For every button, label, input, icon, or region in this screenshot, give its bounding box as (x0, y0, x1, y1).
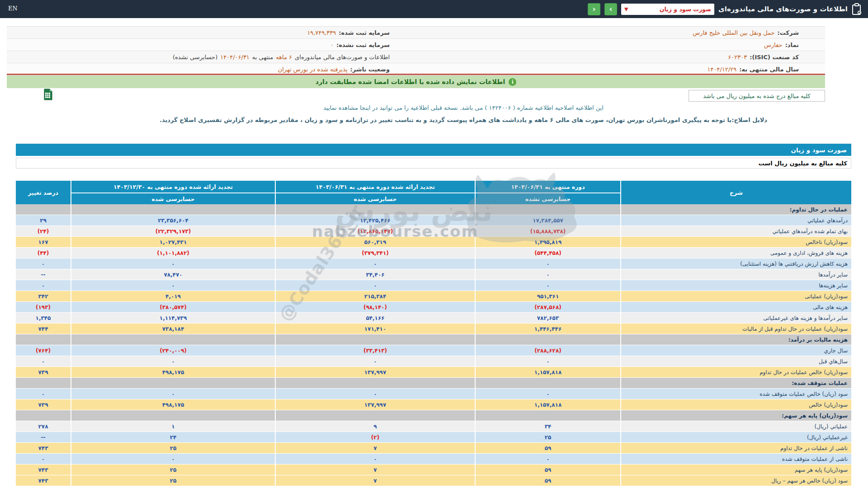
table-section-row: عملیات در حال تداوم: (16, 204, 851, 215)
value-current-period (476, 410, 620, 421)
row-label: هزینه های فروش، اداری و عمومی (621, 248, 851, 258)
excel-export-icon[interactable] (42, 89, 52, 102)
value-change-pct: ۷۳۹ (16, 399, 71, 410)
value-change-pct: (۴۴) (16, 248, 71, 258)
value-restated-annual: ۴۹۸,۱۷۵ (71, 399, 275, 410)
value-restated-6m: ۷ (276, 475, 475, 486)
header-restated-annual-column: تجدید ارائه شده دوره منتهی به ۱۴۰۳/۱۲/۳۰… (71, 181, 275, 204)
value-current-period: (۲۸۷,۵۶۸) (476, 302, 620, 312)
value-change-pct: (۷۶۴) (16, 345, 71, 356)
table-row: ناشی از عملیات متوقف شده۰۰۰۰ (16, 454, 851, 464)
table-row: ناشی از عملیات در حال تداوم۵۹۷۲۵۷۴۳ (16, 443, 851, 453)
value-change-pct: -- (16, 432, 71, 442)
value-current-period: ۳۴ (476, 421, 620, 432)
value-restated-annual: ۰ (71, 389, 275, 399)
info-label: کد صنعت (ISIC): (750, 54, 799, 61)
value-restated-annual: ۰ (71, 280, 275, 291)
info-value: ۰ (330, 42, 334, 48)
row-label: سود(زیان) خالص عملیات در حال تداوم (621, 367, 851, 377)
row-label: سود(زیان) خالص (621, 399, 851, 410)
row-label: سایر هزینه‌ها (621, 280, 851, 291)
value-restated-annual: (۲۴۰,۰۰۹) (71, 345, 275, 356)
info-label: وضعیت ناشر: (350, 66, 390, 73)
value-current-period: ۹۵۱,۳۶۱ (476, 291, 620, 301)
table-row: سود(زیان) پایه هر سهم۵۹۷۲۵۷۴۳ (16, 465, 851, 475)
next-statement-button[interactable]: › (604, 3, 617, 15)
table-row: سود(زیان) ناخالص۱,۴۹۵,۸۱۹۵۶۰,۳۱۹۱,۰۲۷,۴۳… (16, 237, 851, 247)
info-value: حفارس (764, 42, 783, 48)
table-section-row: عملیات متوقف شده: (16, 378, 851, 388)
value-current-period: ۰ (476, 356, 620, 366)
info-text-segment: منتهی به (252, 54, 273, 61)
row-label: هزینه کاهش ارزش دریافتني ها (هزینه استثن… (621, 258, 851, 269)
row-label: هزینه مالیات بر درآمد: (621, 334, 851, 345)
value-restated-annual: (۱,۱۰۱,۸۸۲) (71, 248, 275, 258)
value-current-period: (۵۴۴,۴۵۸) (476, 248, 620, 258)
table-section-row: سود(زیان) پایه هر سهم: (16, 410, 851, 421)
value-change-pct: ۲۷۸ (16, 421, 71, 432)
value-current-period (476, 378, 620, 388)
company-info-row: شرکت:حمل ونقل بین المللی خلیج فارسسرمایه… (7, 27, 825, 39)
value-current-period: ۱,۱۵۷,۸۱۸ (476, 399, 620, 410)
value-restated-annual: ۰ (71, 454, 275, 464)
codal-income-statement-page: { "navbar": { "en_label": "EN", "title":… (0, 0, 868, 488)
company-info-row: نماد:حفارسسرمایه ثبت نشده:۰ (7, 39, 825, 51)
info-value: ۱۹,۷۴۹,۳۳۹ (307, 29, 336, 36)
chevron-down-icon: ▼ (624, 7, 628, 12)
value-change-pct (16, 410, 71, 421)
row-label: سود (زیان) خالص عملیات متوقف شده (621, 389, 851, 399)
value-current-period: (۲۸۸,۶۲۸) (476, 345, 620, 356)
company-info-cell-right: نماد:حفارس (416, 39, 825, 51)
table-row: سایر هزینه‌ها۰۰۰۰ (16, 280, 851, 291)
value-current-period: ۵۹ (476, 475, 620, 486)
value-restated-6m: ۷ (276, 465, 475, 475)
value-restated-annual: ۱,۰۲۷,۴۳۱ (71, 237, 275, 247)
value-change-pct: (۱۹۳) (16, 302, 71, 312)
value-restated-6m (276, 204, 475, 215)
value-change-pct: ۰ (16, 356, 71, 366)
value-restated-annual (71, 204, 275, 215)
value-change-pct: ۰ (16, 454, 71, 464)
value-restated-6m: (۳۷۹,۳۴۱) (276, 248, 475, 258)
value-restated-annual (71, 410, 275, 421)
table-row: سایر درآمدها و هزینه های غیرعملیاتی۷۸۲,۶… (16, 313, 851, 323)
value-change-pct: ۲۹ (16, 215, 71, 225)
value-change-pct: ۷۴۳ (16, 475, 71, 486)
statement-type-select[interactable]: صورت سود و زیان ▼ (621, 4, 714, 15)
value-restated-6m: (۲) (276, 432, 475, 442)
info-label: نماد: (785, 42, 799, 48)
table-row: سود(زیان) عملیات در حال تداوم قبل از مال… (16, 324, 851, 334)
value-change-pct (16, 204, 71, 215)
value-restated-annual: ۷۳۸,۱۸۴ (71, 324, 275, 334)
value-restated-6m: (۳۳,۴۱۳) (276, 345, 475, 356)
info-text-segment: (حسابرسی نشده) (173, 54, 217, 61)
table-row: هزینه کاهش ارزش دریافتني ها (هزینه استثن… (16, 258, 851, 269)
signed-info-banner: i اطلاعات نمایش داده شده با اطلاعات امضا… (7, 75, 825, 88)
table-row: هزینه های فروش، اداری و عمومی(۵۴۴,۴۵۸)(۳… (16, 248, 851, 258)
value-restated-6m: ۵۶۰,۳۱۹ (276, 237, 475, 247)
value-restated-6m: ۳۴,۴۰۶ (276, 269, 475, 280)
value-change-pct: -- (16, 269, 71, 280)
value-change-pct (16, 334, 71, 345)
row-label: درآمدهاي عملياتي (621, 215, 851, 225)
previous-version-link[interactable]: اینجا (360, 104, 371, 111)
value-current-period (476, 334, 620, 345)
value-restated-6m (276, 378, 475, 388)
language-toggle-en[interactable]: EN (8, 5, 18, 12)
table-row: عملیاتي (ریال)۳۴۹۱۲۷۸ (16, 421, 851, 432)
table-row: سال جاري(۲۸۸,۶۲۸)(۳۳,۴۱۳)(۲۴۰,۰۰۹)(۷۶۴) (16, 345, 851, 356)
row-label: عملیاتي (ریال) (621, 421, 851, 432)
company-info-cell-left: اطلاعات و صورت‌های مالی میاندوره‌ای ۶ ما… (7, 51, 416, 63)
clipboard-icon (852, 3, 862, 15)
value-current-period: ۰ (476, 389, 620, 399)
value-change-pct: ۷۴۳ (16, 443, 71, 453)
value-current-period: ۵۹ (476, 443, 620, 453)
amendment-reason-text: دلایل اصلاح:با توجه به پیگیری امورناشران… (59, 117, 868, 123)
table-row: سال‌هاي قبل۰۰۰۰ (16, 356, 851, 366)
header-current-period-column: دوره منتهی به ۱۴۰۴/۰۶/۳۱ حسابرسی نشده (476, 181, 620, 204)
prev-statement-button[interactable]: ‹ (588, 3, 600, 15)
value-current-period: ۲۵ (476, 432, 620, 442)
table-row: سود (زیان) خالص عملیات متوقف شده۰۰۰۰ (16, 389, 851, 399)
row-label: هزینه های مالی (621, 302, 851, 312)
value-restated-annual: ۷۸,۴۷۰ (71, 269, 275, 280)
